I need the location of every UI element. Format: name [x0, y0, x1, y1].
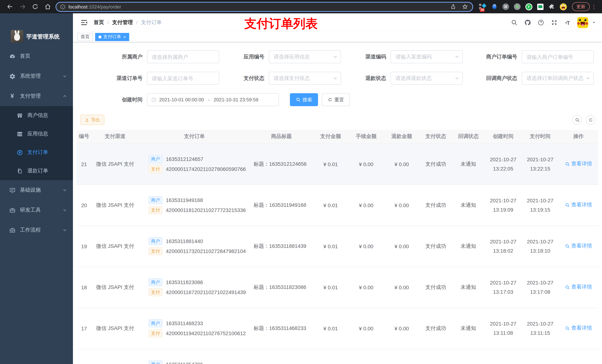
tags-view: 首页×支付订单× — [73, 32, 602, 42]
screen: localhost:1024/pay/order 10 ⌘ Y 更新 ⋮ 芋道管… — [0, 0, 602, 364]
sidebar-item-dev-tools[interactable]: 研发工具 — [0, 200, 73, 220]
hamburger-icon[interactable] — [80, 19, 88, 26]
tag-label: 支付订单 — [103, 34, 121, 40]
cell-action: 查看详情 — [559, 308, 598, 349]
view-detail-link[interactable]: 查看详情 — [565, 243, 592, 250]
cell-action: 查看详情 — [559, 185, 598, 226]
tab-tag[interactable]: 支付订单× — [95, 33, 129, 41]
app-logo[interactable]: 芋道管理系统 — [0, 13, 73, 46]
tab-manager-icon[interactable]: 10 — [479, 3, 486, 10]
search-icon[interactable] — [511, 19, 517, 26]
cell-paid — [522, 349, 559, 364]
filter-label: 回调商户状态 — [468, 75, 522, 82]
help-icon[interactable] — [537, 19, 544, 26]
select-placeholder: 请选择支付状态 — [274, 75, 333, 82]
puzzle-icon[interactable] — [548, 3, 555, 10]
main-area: 首页/支付管理/支付订单 тT 首页×支付订单× 所属商户应用编号请选择应用信息… — [73, 13, 602, 364]
column-header: 创建时间 — [485, 130, 522, 144]
view-detail-link[interactable]: 查看详情 — [565, 202, 592, 208]
column-header: 支付渠道 — [91, 130, 139, 144]
cell-pay-order: 商户1635311949168支付42000011812021102777232… — [139, 185, 250, 226]
export-button[interactable]: 导出 — [80, 115, 104, 125]
cell-refund — [384, 349, 419, 364]
notify-status-select[interactable]: 请选择订单回调商户状态 — [522, 72, 594, 85]
merchant-no-tag: 商户 — [149, 319, 162, 327]
font-size-icon[interactable]: тT — [564, 19, 571, 26]
sidebar-item-payment[interactable]: ¥支付管理 — [0, 86, 73, 106]
sidebar-item-system[interactable]: 系统管理 — [0, 66, 73, 86]
filter-form: 所属商户应用编号请选择应用信息渠道编码请输入渠道编码商户订单编号渠道订单号支付状… — [77, 50, 598, 85]
tab-tag[interactable]: 首页× — [77, 33, 93, 41]
merchant-input[interactable] — [147, 50, 219, 63]
dashboard-icon — [9, 53, 16, 60]
merchant-order-no: 1635312124657 — [166, 156, 203, 162]
cell-amount: ¥ 0.01 — [313, 226, 348, 267]
info-icon[interactable] — [59, 3, 66, 10]
view-detail-link[interactable]: 查看详情 — [565, 284, 592, 291]
create-time-range-picker[interactable]: 2021-10-01 00:00:00 - 2021-10-31 23:59:5… — [147, 93, 279, 106]
cell-refund: ¥ 0.00 — [384, 226, 419, 267]
github-icon[interactable] — [524, 19, 531, 26]
sidebar-item-workflow[interactable]: 工作流程 — [0, 220, 73, 240]
cell-fee: ¥ 0.00 — [348, 267, 384, 308]
back-icon[interactable] — [6, 3, 14, 10]
breadcrumb-item[interactable]: 首页 — [94, 19, 104, 26]
bookmark-star-icon[interactable] — [461, 3, 469, 10]
emoji-icon[interactable] — [559, 3, 567, 10]
refund-status-select[interactable]: 请选择退款状态 — [391, 72, 463, 85]
browser-chrome: localhost:1024/pay/order 10 ⌘ Y 更新 ⋮ — [0, 0, 602, 13]
channel-order-no-input[interactable] — [147, 72, 219, 85]
sidebar-item-label: 应用信息 — [27, 131, 48, 137]
search-button[interactable]: 搜索 — [290, 93, 318, 106]
grid-icon — [16, 131, 23, 137]
channel-code-select[interactable]: 请输入渠道编码 — [391, 50, 463, 63]
caret-down-icon[interactable] — [592, 20, 596, 25]
sidebar-item-label: 退款订单 — [27, 167, 48, 174]
app-no-select[interactable]: 请选择应用信息 — [269, 50, 341, 63]
forward-icon[interactable] — [19, 3, 26, 10]
cell-title — [250, 349, 313, 364]
fullscreen-icon[interactable] — [550, 19, 558, 26]
sidebar-item-merchant-info[interactable]: 商户信息 — [0, 106, 73, 125]
sidebar-item-pay-order[interactable]: 支付订单 — [0, 143, 73, 162]
cell-notify: 未通知 — [452, 185, 485, 226]
map-pin-icon[interactable] — [491, 3, 498, 10]
filter-label: 渠道订单号 — [99, 75, 147, 82]
pay-no-tag: 支付 — [149, 329, 162, 337]
merchant-order-no-input[interactable] — [522, 50, 594, 63]
url-bar[interactable]: localhost:1024/pay/order — [55, 2, 473, 12]
close-icon[interactable]: × — [123, 35, 126, 39]
reset-button[interactable]: 重置 — [322, 93, 350, 106]
view-detail-link[interactable]: 查看详情 — [565, 325, 592, 332]
sidebar-item-label: 商户信息 — [27, 112, 48, 119]
column-header: 支付金额 — [313, 130, 348, 144]
sidebar-item-refund-order[interactable]: 退款订单 — [0, 162, 73, 180]
sidebar-item-label: 基础设施 — [20, 187, 41, 193]
filter-field-channel-code: 渠道编码请输入渠道编码 — [346, 50, 463, 63]
sidebar-item-home[interactable]: 首页 — [0, 46, 73, 66]
cell-id: 17 — [77, 308, 91, 349]
table-row: 21微信 JSAPI 支付商户1635312124657支付4200001174… — [77, 144, 598, 185]
reload-icon[interactable] — [32, 3, 39, 10]
update-button[interactable]: 更新 — [572, 2, 590, 11]
share-icon[interactable] — [450, 3, 457, 10]
avatar[interactable] — [577, 17, 588, 28]
status-dot-icon[interactable] — [514, 3, 521, 10]
home-icon[interactable] — [44, 3, 52, 10]
command-icon[interactable]: ⌘ — [502, 3, 509, 10]
y-logo-icon[interactable]: Y — [525, 3, 532, 10]
cell-refund: ¥ 0.00 — [384, 185, 419, 226]
chat-icon[interactable] — [537, 3, 544, 10]
cell-notify: 未通知 — [452, 267, 485, 308]
refresh-button[interactable] — [586, 115, 595, 125]
cell-status: 支付成功 — [419, 144, 452, 185]
sidebar-item-app-info[interactable]: 应用信息 — [0, 125, 73, 143]
breadcrumb-item[interactable]: 支付管理 — [112, 19, 133, 26]
sidebar-item-infrastructure[interactable]: 基础设施 — [0, 180, 73, 200]
pay-status-select[interactable]: 请选择支付状态 — [269, 72, 341, 85]
toggle-search-button[interactable] — [572, 115, 582, 125]
breadcrumb: 首页/支付管理/支付订单 — [94, 19, 162, 26]
select-placeholder: 请输入渠道编码 — [395, 53, 455, 60]
view-detail-link[interactable]: 查看详情 — [565, 161, 592, 167]
browser-menu-icon[interactable]: ⋮ — [591, 4, 596, 10]
